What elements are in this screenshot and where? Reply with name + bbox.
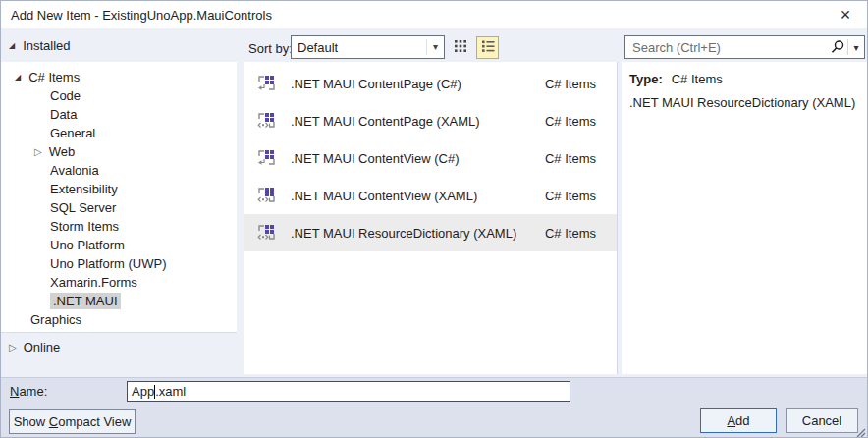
tree-item-data[interactable]: Data (1, 105, 237, 124)
cancel-button[interactable]: Cancel (786, 408, 858, 433)
expand-arrow-icon: ◢ (9, 41, 15, 50)
template-type: C# Items (545, 226, 596, 241)
tree-item-dotnet-maui[interactable]: .NET MAUI (1, 292, 237, 310)
tree-item-label: C# Items (28, 70, 80, 84)
template-list: .NET MAUI ContentPage (C#) C# Items .NET… (244, 62, 618, 374)
installed-label: Installed (23, 38, 70, 53)
category-tree: ◢ C# Items Code Data General ▷ Web Avalo… (1, 62, 237, 333)
type-value: C# Items (672, 72, 723, 86)
template-name: .NET MAUI ContentView (XAML) (291, 189, 477, 203)
chevron-down-icon: ▾ (426, 39, 444, 55)
template-type-row: Type:C# Items (629, 72, 861, 86)
close-icon[interactable]: × (834, 3, 857, 27)
tree-item-label: Extensibility (50, 182, 118, 196)
cancel-button-label: Cancel (802, 413, 841, 428)
name-label-mnemonic: N (10, 384, 19, 399)
online-label: Online (24, 340, 61, 355)
add-new-item-dialog: Add New Item - ExistingUnoApp.MauiContro… (0, 0, 868, 438)
template-type: C# Items (545, 151, 596, 166)
xaml-item-icon (256, 186, 276, 205)
template-description: .NET MAUI ResourceDictionary (XAML) (629, 95, 861, 110)
name-input[interactable]: App .xaml (127, 381, 570, 402)
template-type: C# Items (545, 77, 596, 91)
tree-item-label: Uno Platform (50, 238, 125, 252)
add-button[interactable]: Add (700, 408, 777, 433)
tree-item-label: Uno Platform (UWP) (50, 256, 166, 271)
expand-arrow-icon[interactable]: ◢ (15, 73, 21, 82)
resize-grip-icon[interactable] (854, 424, 866, 436)
search-icon[interactable] (828, 39, 847, 55)
name-value-before-caret: App (132, 384, 154, 399)
collapse-arrow-icon[interactable]: ▷ (34, 146, 42, 157)
search-options-chevron-icon[interactable]: ▾ (848, 42, 864, 53)
template-name: .NET MAUI ContentPage (C#) (291, 77, 461, 91)
tree-item-label: Web (49, 144, 76, 159)
installed-group-header[interactable]: ◢ Installed (9, 38, 71, 53)
template-type: C# Items (545, 189, 596, 203)
tree-item-label: Code (50, 88, 81, 103)
search-input[interactable] (625, 40, 828, 55)
name-label-rest: ame: (19, 384, 47, 399)
tree-item-xamarin-forms[interactable]: Xamarin.Forms (1, 273, 237, 292)
list-view-button[interactable] (476, 36, 499, 59)
template-details-panel: Type:C# Items .NET MAUI ResourceDictiona… (622, 62, 868, 374)
tree-item-uno-platform-uwp[interactable]: Uno Platform (UWP) (1, 254, 237, 273)
tree-item-avalonia[interactable]: Avalonia (1, 161, 237, 180)
tree-item-label: General (50, 126, 95, 140)
collapse-arrow-icon: ▷ (9, 342, 17, 353)
tree-item-graphics[interactable]: Graphics (1, 310, 237, 329)
tree-item-general[interactable]: General (1, 124, 237, 142)
name-label: Name: (10, 384, 47, 399)
xaml-item-icon (256, 223, 276, 243)
search-box: ▾ (624, 35, 865, 59)
name-value-after-caret: .xaml (155, 384, 186, 399)
template-name: .NET MAUI ContentView (C#) (291, 151, 459, 166)
tree-item-label: Graphics (30, 312, 81, 327)
type-label: Type: (629, 72, 663, 86)
tree-item-label-selected: .NET MAUI (50, 293, 121, 309)
tree-item-label: Storm Items (50, 219, 119, 234)
small-icons-view-button[interactable] (449, 36, 471, 59)
tree-item-label: SQL Server (50, 200, 116, 215)
template-name: .NET MAUI ResourceDictionary (XAML) (291, 226, 516, 241)
template-name: .NET MAUI ContentPage (XAML) (291, 114, 480, 129)
list-view-icon (480, 38, 496, 58)
dialog-title: Add New Item - ExistingUnoApp.MauiContro… (11, 8, 272, 23)
show-compact-view-label: Show Compact View (14, 414, 132, 429)
dialog-footer: Name: App .xaml Show Compact View Add Ca… (1, 377, 868, 438)
grid-view-icon (453, 38, 468, 58)
tree-item-label: Data (50, 107, 77, 122)
tree-item-web[interactable]: ▷ Web (1, 142, 237, 161)
template-row-contentview-csharp[interactable]: .NET MAUI ContentView (C#) C# Items (244, 139, 617, 177)
add-button-label: Add (727, 413, 749, 428)
csharp-item-icon (256, 74, 276, 93)
sort-by-dropdown[interactable]: Default ▾ (291, 35, 445, 59)
tree-item-uno-platform[interactable]: Uno Platform (1, 236, 237, 254)
tree-item-label: Avalonia (50, 163, 99, 178)
title-bar: Add New Item - ExistingUnoApp.MauiContro… (1, 1, 867, 28)
template-row-contentpage-xaml[interactable]: .NET MAUI ContentPage (XAML) C# Items (244, 102, 617, 139)
csharp-item-icon (256, 148, 276, 168)
tree-item-label: Xamarin.Forms (50, 275, 137, 290)
xaml-item-icon (256, 111, 276, 131)
sort-by-label: Sort by: (248, 41, 293, 56)
template-row-contentpage-csharp[interactable]: .NET MAUI ContentPage (C#) C# Items (244, 65, 617, 102)
show-compact-view-button[interactable]: Show Compact View (9, 409, 136, 434)
tree-item-extensibility[interactable]: Extensibility (1, 180, 237, 198)
template-row-contentview-xaml[interactable]: .NET MAUI ContentView (XAML) C# Items (244, 177, 617, 214)
sort-by-value: Default (298, 40, 338, 55)
template-type: C# Items (545, 114, 596, 129)
tree-item-csharp-items[interactable]: ◢ C# Items (1, 68, 237, 86)
tree-item-code[interactable]: Code (1, 86, 237, 105)
tree-item-storm-items[interactable]: Storm Items (1, 217, 237, 236)
template-row-resourcedictionary-xaml-selected[interactable]: .NET MAUI ResourceDictionary (XAML) C# I… (244, 214, 617, 251)
tree-item-sql-server[interactable]: SQL Server (1, 198, 237, 217)
online-group-header[interactable]: ▷ Online (9, 340, 60, 355)
